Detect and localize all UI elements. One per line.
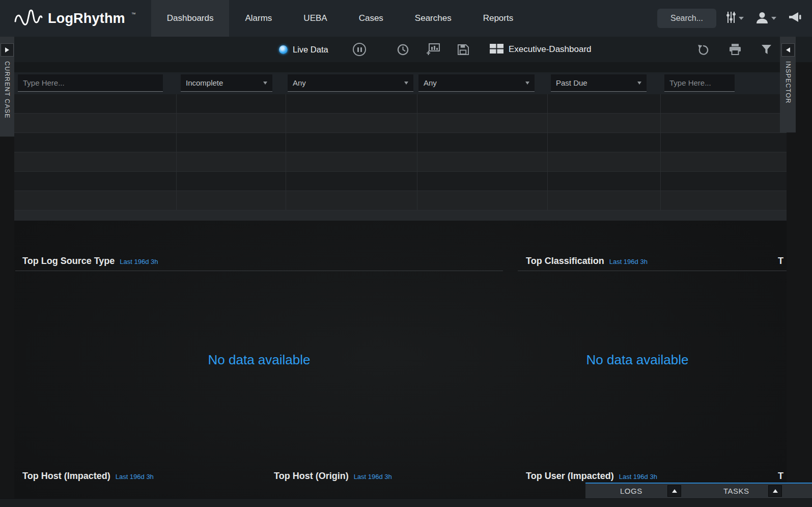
tab-reports[interactable]: Reports (467, 0, 529, 37)
chevron-down-icon (739, 17, 744, 20)
live-data-label: Live Data (293, 45, 328, 55)
user-icon (755, 11, 769, 25)
current-case-panel-tab[interactable]: CURRENT CASE (0, 37, 14, 137)
expand-logs-button[interactable] (667, 485, 681, 497)
pause-button[interactable] (353, 37, 366, 62)
current-case-label: CURRENT CASE (4, 61, 11, 119)
expand-inspector-button[interactable] (781, 43, 795, 57)
global-search-button[interactable]: Search... (657, 9, 716, 28)
save-layout-button[interactable] (457, 37, 469, 62)
top-nav-bar: LogRhythm ™ Dashboards Alarms UEBA Cases… (0, 0, 812, 37)
logs-panel-label: LOGS (620, 487, 642, 495)
bottom-status-strip (0, 498, 812, 507)
megaphone-icon (788, 11, 802, 25)
table-horizontal-scrollbar[interactable] (14, 210, 787, 221)
widget-header-top-log-source-type: Top Log Source Type Last 196d 3h (22, 256, 158, 266)
logrhythm-app: LogRhythm ™ Dashboards Alarms UEBA Cases… (0, 0, 812, 507)
announcements-button[interactable] (786, 9, 804, 28)
tab-searches[interactable]: Searches (399, 0, 467, 37)
owner-filter-value: Any (293, 78, 306, 87)
time-range-button[interactable] (397, 37, 409, 62)
status-filter-value: Incomplete (186, 78, 223, 87)
case-grid-filter-row: Incomplete Any Any Past Due (14, 62, 787, 94)
widget-header-top-classification: Top Classification Last 196d 3h (526, 256, 648, 266)
due-filter-value: Past Due (556, 78, 587, 87)
chevron-down-icon (637, 82, 641, 85)
widget-title: Top Host (Origin) (274, 471, 349, 482)
dashboard-name: Executive-Dashboard (509, 44, 592, 55)
case-due-filter-select[interactable]: Past Due (551, 74, 647, 92)
inspector-panel-tab[interactable]: INSPECTOR (780, 37, 796, 132)
sliders-icon (726, 11, 736, 26)
reset-layout-button[interactable] (697, 37, 709, 62)
widget-title: Top Classification (526, 256, 604, 266)
table-row (14, 152, 787, 172)
clock-icon (397, 44, 409, 56)
bottom-dock-bar: LOGS TASKS (585, 483, 812, 498)
dashboard-toolbar: Live Data (0, 37, 812, 62)
widget-header-top-user-impacted: Top User (Impacted) Last 196d 3h (526, 471, 657, 482)
preferences-menu[interactable] (724, 9, 746, 28)
case-name-filter-input[interactable] (18, 74, 163, 92)
expand-up-icon (672, 489, 677, 493)
add-widget-button[interactable] (427, 37, 440, 62)
pause-icon (353, 43, 366, 56)
tasks-panel-label: TASKS (723, 487, 749, 495)
widget-divider (518, 271, 787, 271)
widget-title: T (778, 256, 783, 266)
table-row (14, 94, 787, 114)
add-widget-icon (427, 43, 440, 56)
case-text-filter-input[interactable] (664, 74, 735, 92)
widget-time-range: Last 196d 3h (116, 473, 154, 481)
printer-icon (729, 44, 741, 55)
expand-left-icon (786, 47, 790, 52)
widget-title: T (778, 471, 783, 482)
table-row (14, 172, 787, 191)
tab-ueba[interactable]: UEBA (288, 0, 343, 37)
table-row (14, 133, 787, 152)
save-icon (457, 44, 469, 56)
chevron-down-icon (263, 82, 267, 85)
no-data-message: No data available (518, 352, 757, 368)
tag-filter-value: Any (424, 78, 437, 87)
dashboard-content: Incomplete Any Any Past Due (14, 62, 787, 507)
widget-time-range: Last 196d 3h (619, 473, 657, 481)
case-owner-filter-select[interactable]: Any (288, 74, 413, 92)
logrhythm-wave-icon (14, 8, 43, 29)
expand-right-icon (5, 47, 9, 52)
expand-up-icon (773, 489, 778, 493)
main-nav-tabs: Dashboards Alarms UEBA Cases Searches Re… (151, 0, 529, 37)
widget-area: Top Log Source Type Last 196d 3h No data… (14, 221, 787, 507)
chevron-down-icon (771, 17, 776, 20)
expand-current-case-button[interactable] (1, 43, 14, 57)
header-actions: Search... (657, 0, 804, 37)
chevron-down-icon (404, 82, 408, 85)
widget-time-range: Last 196d 3h (609, 258, 648, 265)
filter-funnel-icon (761, 44, 772, 55)
dashboard-selector[interactable]: Executive-Dashboard (490, 37, 592, 62)
expand-tasks-button[interactable] (768, 485, 782, 497)
undo-icon (697, 44, 709, 56)
table-row (14, 191, 787, 210)
widget-title: Top User (Impacted) (526, 471, 614, 482)
live-data-radio-icon (279, 45, 288, 54)
live-data-toggle[interactable]: Live Data (279, 37, 328, 62)
tab-cases[interactable]: Cases (343, 0, 399, 37)
brand-trademark: ™ (131, 12, 136, 17)
widget-header-partial: T (778, 256, 783, 266)
tab-dashboards[interactable]: Dashboards (151, 0, 230, 37)
widget-header-partial: T (778, 471, 783, 482)
case-status-filter-select[interactable]: Incomplete (181, 74, 272, 92)
tab-alarms[interactable]: Alarms (229, 0, 288, 37)
chevron-down-icon (525, 82, 529, 85)
widget-title: Top Host (Impacted) (22, 471, 110, 482)
inspector-label: INSPECTOR (785, 61, 792, 104)
print-button[interactable] (729, 37, 741, 62)
widget-header-top-host-impacted: Top Host (Impacted) Last 196d 3h (22, 471, 154, 482)
table-row (14, 114, 787, 133)
filter-button[interactable] (761, 37, 772, 62)
case-table (14, 94, 787, 210)
user-menu[interactable] (753, 9, 778, 28)
case-tag-filter-select[interactable]: Any (418, 74, 535, 92)
dashboard-grid-icon (490, 44, 503, 56)
